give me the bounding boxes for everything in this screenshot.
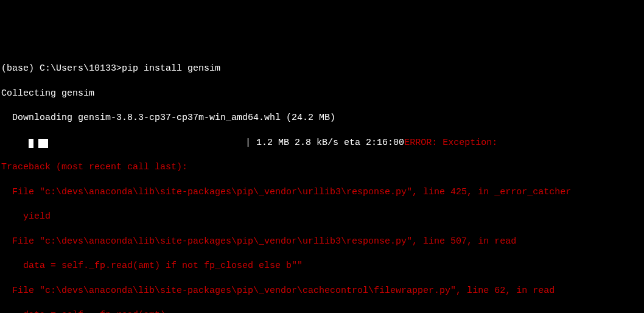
collecting-line: Collecting gensim: [1, 88, 643, 100]
traceback-file: File "c:\devs\anaconda\lib\site-packages…: [1, 236, 643, 248]
traceback-code: data = self._fp.read(amt) if not fp_clos…: [1, 260, 643, 272]
command-text: pip install gensim: [122, 63, 220, 74]
prompt-line: (base) C:\Users\10133>pip install gensim: [1, 63, 643, 75]
progress-block: [38, 139, 48, 148]
progress-block: [29, 139, 33, 148]
traceback-code: data = self.__fp.read(amt): [1, 309, 643, 313]
traceback-code: yield: [1, 211, 643, 223]
downloading-line: Downloading gensim-3.8.3-cp37-cp37m-win_…: [1, 112, 643, 124]
progress-stats: 1.2 MB 2.8 kB/s eta 2:16:00: [256, 138, 404, 148]
traceback-header: Traceback (most recent call last):: [1, 161, 643, 174]
prompt-prefix: (base) C:\Users\10133>: [1, 63, 122, 74]
progress-middle: |: [48, 138, 256, 148]
terminal-output[interactable]: (base) C:\Users\10133>pip install gensim…: [1, 51, 643, 313]
error-label: ERROR: Exception:: [404, 138, 497, 148]
traceback-file: File "c:\devs\anaconda\lib\site-packages…: [1, 186, 643, 199]
progress-line: | 1.2 MB 2.8 kB/s eta 2:16:00ERROR: Exce…: [1, 137, 643, 149]
traceback-file: File "c:\devs\anaconda\lib\site-packages…: [1, 285, 643, 297]
